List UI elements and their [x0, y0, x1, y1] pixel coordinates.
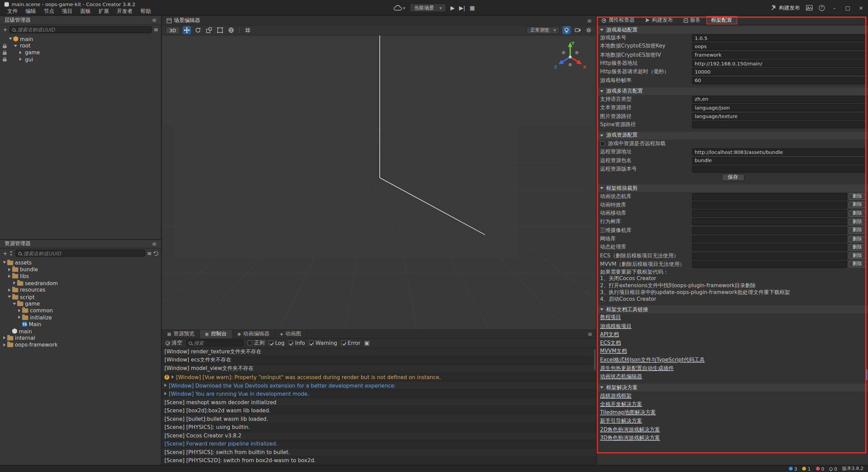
tree-row[interactable]: game: [0, 49, 161, 56]
module-field[interactable]: [692, 218, 847, 225]
warning-count[interactable]: 1: [802, 466, 811, 471]
expand-arrow-icon[interactable]: [12, 301, 17, 306]
delete-button[interactable]: 删除: [849, 193, 866, 200]
console-filter-log[interactable]: Log: [269, 340, 284, 346]
doc-link[interactable]: ECS文档: [600, 339, 621, 347]
expand-arrow-icon[interactable]: [7, 287, 12, 293]
delete-button[interactable]: 删除: [849, 253, 866, 259]
doc-link[interactable]: MVVM文档: [600, 348, 627, 355]
log-row[interactable]: [Window] You are running Vue in developm…: [162, 390, 596, 398]
assets-search-input[interactable]: [23, 251, 142, 256]
tree-row[interactable]: resources: [0, 287, 161, 293]
log-row[interactable]: [Window] model_view文件夹不存在: [162, 365, 596, 373]
menu-item-4[interactable]: 面板: [76, 8, 95, 15]
module-field[interactable]: [692, 201, 847, 209]
preview-target-icon[interactable]: ▾: [393, 5, 405, 11]
section-header[interactable]: 框架解决方案: [597, 383, 868, 392]
expand-arrow-icon[interactable]: [2, 260, 7, 265]
inspector-tab-3[interactable]: 框架配置: [706, 16, 737, 24]
property-input[interactable]: [692, 68, 866, 75]
expand-arrow-icon[interactable]: [7, 273, 12, 279]
expand-arrow-icon[interactable]: [13, 43, 18, 48]
property-input[interactable]: [692, 149, 866, 156]
menu-item-5[interactable]: 扩展: [95, 8, 113, 15]
log-row[interactable]: [Window] render_texture文件夹不存在: [162, 348, 596, 356]
rect-tool-icon[interactable]: [216, 26, 224, 34]
build-publish-button[interactable]: 构建发布: [771, 4, 800, 11]
inspector-tab-1[interactable]: 构建发布: [640, 16, 678, 24]
rotate-tool-icon[interactable]: [194, 26, 202, 34]
expand-arrow-icon[interactable]: [8, 36, 13, 41]
property-input[interactable]: [692, 113, 866, 120]
panel-menu-icon[interactable]: ≡: [152, 17, 157, 23]
console-filter-warning[interactable]: Warning: [309, 340, 337, 346]
remote-load-checkbox[interactable]: [600, 141, 605, 146]
expand-arrow-icon[interactable]: [172, 375, 174, 379]
error-count[interactable]: 0: [816, 466, 824, 471]
log-row[interactable]: [Window] ecs文件夹不存在: [162, 356, 596, 365]
log-row[interactable]: [Scene] [PHYSICS]: using builtin.: [162, 423, 596, 432]
expand-arrow-icon[interactable]: [17, 308, 22, 313]
property-input[interactable]: [692, 43, 866, 50]
property-input[interactable]: [692, 51, 866, 58]
camera-icon[interactable]: [573, 26, 581, 34]
tree-row[interactable]: script: [0, 293, 161, 300]
section-header[interactable]: 游戏基础配置: [597, 25, 868, 34]
light-icon[interactable]: [563, 26, 571, 34]
panel-menu-icon[interactable]: ≡: [152, 241, 157, 247]
clear-console-button[interactable]: 清空: [165, 339, 182, 347]
expand-arrow-icon[interactable]: [7, 294, 12, 299]
expand-arrow-icon[interactable]: [12, 280, 17, 286]
doc-link[interactable]: 游戏模板项目: [600, 322, 632, 330]
expand-arrow-icon[interactable]: [7, 328, 12, 334]
save-button[interactable]: 保存: [722, 174, 744, 181]
tree-row[interactable]: internal: [0, 335, 161, 341]
log-row[interactable]: [Scene] [bullet]:bullet wasm lib loaded.: [162, 415, 596, 424]
tree-row[interactable]: main: [0, 35, 161, 42]
gizmo-space-icon[interactable]: [227, 26, 235, 34]
expand-arrow-icon[interactable]: [17, 315, 22, 320]
doc-link[interactable]: 新手引导解决方案: [600, 418, 642, 425]
inspector-tab-2[interactable]: 服务: [678, 16, 706, 24]
expand-arrow-icon[interactable]: [17, 321, 22, 327]
delete-button[interactable]: 删除: [849, 219, 866, 225]
console-search-input[interactable]: [194, 340, 241, 346]
section-header[interactable]: 游戏资源配置: [597, 131, 868, 139]
assets-search[interactable]: [16, 250, 145, 257]
dimension-toggle[interactable]: 3D: [165, 26, 180, 34]
inspector-tab-0[interactable]: 属性检查器: [597, 16, 640, 24]
panel-menu-icon[interactable]: ≡: [587, 17, 592, 23]
property-input[interactable]: [692, 60, 866, 67]
log-row[interactable]: [Scene] Forward render pipeline initiali…: [162, 440, 596, 448]
screenshot-icon[interactable]: [806, 5, 813, 11]
delete-button[interactable]: 删除: [849, 261, 866, 268]
menu-item-0[interactable]: 文件: [3, 8, 22, 15]
expand-arrow-icon[interactable]: [18, 50, 23, 55]
property-input[interactable]: [692, 34, 866, 41]
tree-row[interactable]: gui: [0, 56, 161, 63]
console-filter-error[interactable]: Error: [341, 340, 360, 346]
scene-settings-gear-icon[interactable]: [585, 26, 593, 34]
property-input[interactable]: [692, 157, 866, 164]
menu-item-3[interactable]: 项目: [58, 8, 76, 15]
delete-button[interactable]: 删除: [849, 210, 866, 217]
menu-item-1[interactable]: 编辑: [22, 8, 40, 15]
tree-row[interactable]: root: [0, 42, 161, 49]
expand-arrow-icon[interactable]: [2, 335, 7, 341]
delete-button[interactable]: 删除: [849, 227, 866, 234]
doc-link[interactable]: 3D角色扮演游戏解决方案: [600, 435, 660, 442]
play-button[interactable]: ▶: [450, 5, 455, 11]
close-button[interactable]: ×: [857, 5, 865, 11]
view-mode-select[interactable]: 正常浏览 ▾: [527, 26, 560, 34]
refresh-icon[interactable]: [154, 251, 158, 255]
property-input[interactable]: [692, 77, 866, 84]
delete-button[interactable]: 删除: [849, 236, 866, 242]
section-header[interactable]: 框架模块裁剪: [597, 184, 868, 192]
tree-row[interactable]: main: [0, 328, 161, 334]
console-search[interactable]: [186, 339, 244, 347]
delete-button[interactable]: 删除: [849, 244, 866, 251]
tree-row[interactable]: assets: [0, 259, 161, 266]
create-node-button[interactable]: +: [3, 27, 7, 32]
maximize-button[interactable]: □: [844, 5, 851, 11]
filter-icon[interactable]: ≡: [154, 27, 158, 32]
